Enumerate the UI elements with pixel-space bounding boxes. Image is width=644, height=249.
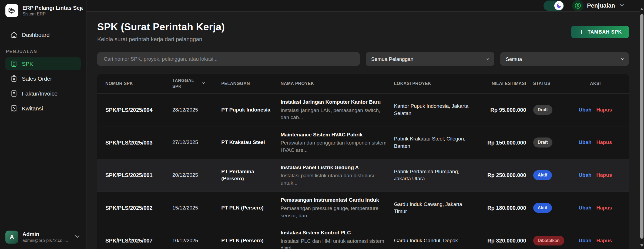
sidebar-item-label: Sales Order	[22, 76, 52, 82]
column-header-pelanggan: PELANGGAN	[221, 81, 280, 86]
project-name: Instalasi Panel Listrik Gedung A	[281, 164, 387, 171]
estimated-value: Rp 180.000.000	[482, 204, 533, 212]
edit-link[interactable]: Ubah	[579, 106, 592, 114]
sidebar-item-label: Faktur/Invoice	[22, 90, 58, 97]
app-title: ERP Pelangi Lintas Sejaht...	[22, 5, 83, 11]
toggle-knob	[554, 1, 564, 10]
spk-date: 10/12/2025	[172, 237, 221, 244]
table-row: SPK/PLS/2025/002 15/12/2025 PT PLN (Pers…	[97, 191, 629, 224]
delete-link[interactable]: Hapus	[596, 139, 612, 146]
project-location: Gardu Induk Gandul, Depok	[394, 237, 481, 244]
project-cell: Instalasi Jaringan Komputer Kantor Baru …	[281, 99, 394, 121]
edit-link[interactable]: Ubah	[579, 172, 592, 179]
estimated-value: Rp 150.000.000	[482, 139, 533, 146]
status-badge: Draft	[533, 105, 552, 115]
column-header-tanggal-spk[interactable]: TANGGAL SPK	[172, 78, 221, 89]
dollar-circle-icon	[572, 0, 583, 11]
sidebar-item-dashboard[interactable]: Dashboard	[5, 28, 81, 41]
spk-number: SPK/PLS/2025/003	[105, 139, 172, 146]
table-header-row: NOMOR SPK TANGGAL SPK PELANGGAN NAMA PRO…	[97, 74, 629, 93]
spk-number: SPK/PLS/2025/002	[105, 204, 172, 212]
spk-table: NOMOR SPK TANGGAL SPK PELANGGAN NAMA PRO…	[97, 74, 629, 249]
column-header-nomor-spk: NOMOR SPK	[105, 81, 172, 86]
spk-number: SPK/PLS/2025/007	[105, 237, 172, 244]
estimated-value: Rp 320.000.000	[482, 237, 533, 244]
delete-link[interactable]: Hapus	[596, 204, 612, 212]
spk-number: SPK/PLS/2025/001	[105, 171, 172, 179]
project-name: Pemasangan Instrumentasi Gardu Induk	[281, 196, 387, 204]
user-email: admin@erp-pls72.co.i...	[22, 238, 70, 243]
sort-chevron-icon[interactable]	[201, 81, 206, 87]
estimated-value: Rp 250.000.000	[482, 171, 533, 179]
search-input[interactable]	[97, 52, 360, 66]
customer-name: PT Pupuk Indonesia	[221, 106, 280, 114]
sidebar-nav: Dashboard PENJUALAN SPK Sales Order Fakt…	[0, 21, 86, 225]
customer-name: PT PLN (Persero)	[221, 237, 280, 244]
status-filter-select[interactable]: Semua	[500, 52, 629, 66]
sidebar-item-label: SPK	[22, 61, 33, 67]
document-icon	[10, 60, 18, 67]
project-description: Perawatan dan penggantian komponen siste…	[281, 139, 387, 154]
app-logo-section: ERP Pelangi Lintas Sejaht... Sistem ERP	[0, 0, 86, 21]
project-cell: Maintenance Sistem HVAC Pabrik Perawatan…	[281, 131, 394, 154]
table-row: SPK/PLS/2025/004 28/12/2025 PT Pupuk Ind…	[97, 93, 629, 126]
delete-link[interactable]: Hapus	[596, 106, 612, 114]
table-row: SPK/PLS/2025/007 10/12/2025 PT PLN (Pers…	[97, 224, 629, 249]
project-cell: Instalasi Panel Listrik Gedung A Instala…	[281, 164, 394, 187]
edit-link[interactable]: Ubah	[579, 204, 592, 212]
edit-link[interactable]: Ubah	[579, 237, 592, 244]
project-name: Instalasi Sistem Kontrol PLC	[281, 229, 387, 237]
scrollbar-thumb[interactable]	[640, 14, 643, 239]
customer-name: PT PLN (Persero)	[221, 204, 280, 212]
add-spk-button-label: TAMBAH SPK	[588, 29, 622, 35]
nav-section-penjualan: PENJUALAN	[6, 49, 81, 54]
sidebar: ERP Pelangi Lintas Sejaht... Sistem ERP …	[0, 0, 86, 249]
column-header-aksi: AKSI	[577, 81, 621, 86]
delete-link[interactable]: Hapus	[596, 237, 612, 244]
edit-link[interactable]: Ubah	[579, 139, 592, 146]
status-badge: Aktif	[533, 203, 552, 213]
scrollbar-down-arrow-icon[interactable]	[640, 244, 643, 247]
estimated-value: Rp 95.000.000	[482, 106, 533, 114]
column-header-nilai-estimasi: NILAI ESTIMASI	[482, 81, 533, 86]
module-selector[interactable]: Penjualan	[572, 0, 625, 11]
module-label: Penjualan	[587, 2, 615, 9]
customer-filter-select[interactable]: Semua Pelanggan	[366, 52, 494, 66]
customer-name: PT Pertamina (Persero)	[221, 168, 280, 182]
sidebar-item-spk[interactable]: SPK	[5, 57, 81, 70]
sidebar-item-sales-order[interactable]: Sales Order	[5, 72, 81, 85]
project-description: Instalasi jaringan LAN, pemasangan switc…	[281, 107, 387, 121]
add-spk-button[interactable]: TAMBAH SPK	[571, 26, 629, 38]
dark-mode-toggle[interactable]	[544, 1, 564, 11]
home-icon	[10, 31, 18, 38]
delete-link[interactable]: Hapus	[596, 172, 612, 179]
scrollbar-up-arrow-icon[interactable]	[640, 8, 643, 10]
project-location: Kantor Pupuk Indonesia, Jakarta Selatan	[394, 103, 481, 117]
laravel-logo-icon	[8, 6, 16, 15]
status-badge: Dibatalkan	[533, 236, 564, 245]
user-name: Admin	[22, 231, 70, 237]
moon-icon	[556, 3, 562, 9]
chevron-down-icon	[619, 2, 625, 9]
project-cell: Pemasangan Instrumentasi Gardu Induk Pem…	[281, 196, 394, 219]
user-menu[interactable]: A Admin admin@erp-pls72.co.i...	[0, 225, 86, 249]
page-content: SPK (Surat Perintah Kerja) Kelola surat …	[86, 12, 644, 249]
project-description: Instalasi PLC dan HMI untuk automasi sis…	[281, 238, 387, 249]
avatar: A	[5, 231, 18, 244]
topbar: Penjualan	[86, 0, 644, 12]
app-logo	[5, 4, 18, 17]
column-header-status: STATUS	[533, 81, 577, 86]
sidebar-item-kwitansi[interactable]: Kwitansi	[5, 102, 81, 115]
invoice-icon	[10, 90, 18, 97]
table-row: SPK/PLS/2025/001 20/12/2025 PT Pertamina…	[97, 159, 629, 192]
page-title: SPK (Surat Perintah Kerja)	[97, 21, 225, 33]
app-subtitle: Sistem ERP	[22, 12, 83, 17]
project-location: Pabrik Krakatau Steel, Cilegon, Banten	[394, 135, 481, 150]
vertical-scrollbar[interactable]	[640, 0, 644, 249]
spk-date: 20/12/2025	[172, 172, 221, 179]
project-description: Pemasangan pressure gauge, temperature s…	[281, 205, 387, 219]
sidebar-item-faktur-invoice[interactable]: Faktur/Invoice	[5, 87, 81, 100]
column-header-nama-proyek: NAMA PROYEK	[281, 81, 394, 86]
page-subtitle: Kelola surat perintah kerja dari pelangg…	[97, 36, 225, 42]
plus-icon	[578, 29, 584, 35]
